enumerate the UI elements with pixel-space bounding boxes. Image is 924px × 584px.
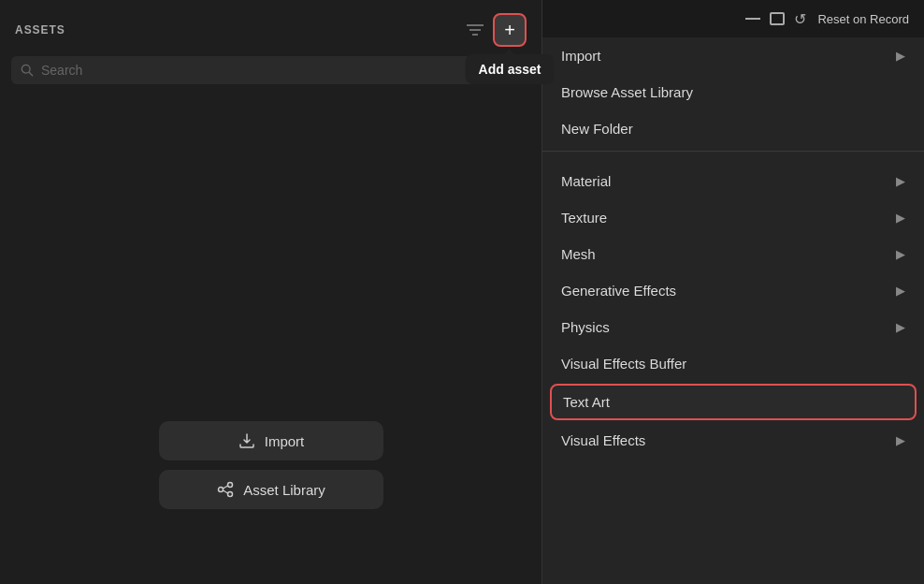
menu-item-generative-effects[interactable]: Generative Effects ▶ — [542, 272, 924, 309]
nodes-icon — [217, 481, 234, 498]
header-icons: + Add asset — [465, 13, 527, 47]
menu-separator-1 — [542, 155, 924, 163]
menu-generative-effects-arrow: ▶ — [896, 284, 905, 298]
menu-visual-effects-buffer-label: Visual Effects Buffer — [561, 356, 686, 372]
menu-item-browse-asset-library[interactable]: Browse Asset Library — [542, 74, 924, 110]
menu-import-arrow: ▶ — [896, 49, 905, 63]
menu-physics-arrow: ▶ — [896, 320, 905, 334]
import-button[interactable]: Import — [159, 421, 383, 460]
plus-icon: + — [504, 21, 515, 39]
minus-icon — [745, 18, 760, 20]
filter-button[interactable] — [465, 22, 485, 38]
refresh-icon: ↺ — [794, 10, 806, 28]
menu-mesh-arrow: ▶ — [896, 247, 905, 261]
svg-line-4 — [29, 72, 33, 76]
filter-icon — [467, 23, 484, 36]
assets-title: ASSETS — [15, 23, 65, 36]
assets-panel: ASSETS + Add asset Sea — [0, 0, 542, 584]
top-bar-icons: ↺ — [745, 10, 806, 28]
topbar-text: Reset on Record — [817, 12, 909, 26]
top-bar: ↺ Reset on Record — [542, 0, 924, 37]
search-placeholder: Search — [41, 63, 82, 78]
menu-item-mesh[interactable]: Mesh ▶ — [542, 236, 924, 272]
menu-divider-1 — [542, 151, 924, 152]
menu-material-arrow: ▶ — [896, 174, 905, 188]
download-icon — [238, 432, 255, 449]
menu-item-texture[interactable]: Texture ▶ — [542, 199, 924, 236]
svg-line-8 — [224, 486, 228, 489]
add-asset-container: + Add asset — [493, 13, 527, 47]
menu-item-visual-effects-buffer[interactable]: Visual Effects Buffer — [542, 345, 924, 382]
menu-material-label: Material — [561, 173, 611, 189]
assets-header: ASSETS + Add asset — [0, 0, 541, 56]
menu-text-art-label: Text Art — [563, 394, 610, 410]
menu-physics-label: Physics — [561, 319, 610, 335]
maximize-icon — [770, 12, 785, 25]
asset-library-label: Asset Library — [243, 482, 325, 498]
menu-item-new-folder[interactable]: New Folder — [542, 110, 924, 147]
panel-buttons: Import Asset Library — [0, 421, 542, 509]
menu-visual-effects-arrow: ▶ — [896, 433, 905, 447]
svg-point-6 — [228, 483, 233, 488]
menu-visual-effects-label: Visual Effects — [561, 432, 645, 448]
menu-import-label: Import — [561, 48, 601, 64]
menu-texture-arrow: ▶ — [896, 211, 905, 225]
menu-item-material[interactable]: Material ▶ — [542, 163, 924, 199]
menu-browse-label: Browse Asset Library — [561, 84, 693, 100]
menu-mesh-label: Mesh — [561, 246, 596, 262]
import-label: Import — [265, 433, 305, 449]
menu-new-folder-label: New Folder — [561, 121, 633, 137]
menu-item-visual-effects[interactable]: Visual Effects ▶ — [542, 422, 924, 459]
search-icon — [21, 64, 34, 77]
asset-library-button[interactable]: Asset Library — [159, 470, 383, 509]
menu-item-text-art[interactable]: Text Art — [550, 384, 917, 420]
add-asset-button[interactable]: + — [493, 13, 527, 47]
menu-item-import[interactable]: Import ▶ — [542, 37, 924, 74]
menu-texture-label: Texture — [561, 210, 607, 226]
search-bar[interactable]: Search — [11, 56, 530, 84]
menu-generative-effects-label: Generative Effects — [561, 283, 676, 299]
dropdown-menu: Import ▶ Browse Asset Library New Folder… — [542, 37, 924, 584]
menu-item-physics[interactable]: Physics ▶ — [542, 309, 924, 345]
svg-point-5 — [219, 488, 224, 492]
svg-point-7 — [228, 492, 233, 497]
svg-line-9 — [224, 490, 228, 493]
